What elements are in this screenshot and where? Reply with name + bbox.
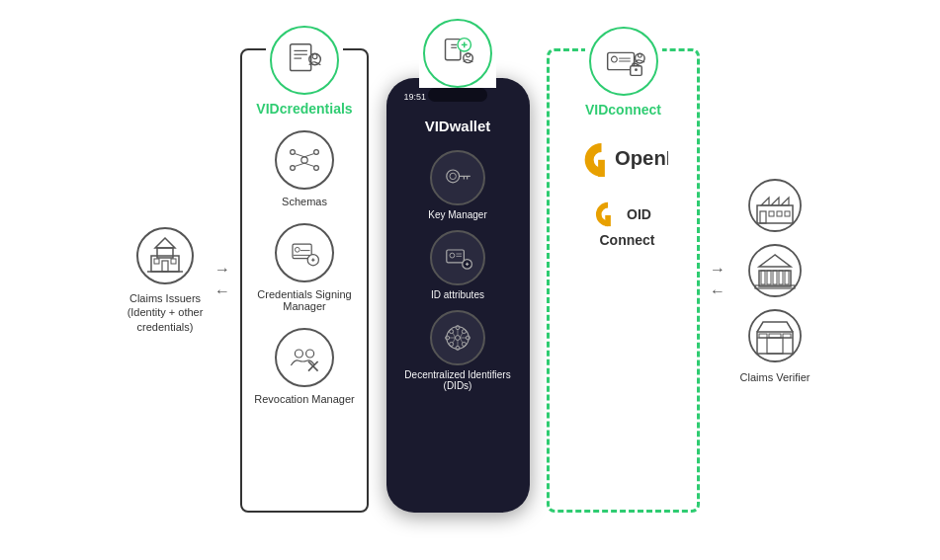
vid-wallet-section: 19:51 VIDwallet Key Manager [379,48,537,513]
claims-verifier-label: Claims Verifier [740,371,811,383]
svg-rect-95 [767,271,771,284]
claims-verifier-section: Claims Verifier [735,178,814,383]
svg-marker-3 [155,238,175,248]
dids-icon [430,310,485,365]
revocation-label: Revocation Manager [254,393,355,405]
dids-label: Decentralized Identifiers (DIDs) [396,369,520,391]
arrow-left-2: ← [710,282,726,300]
claims-verifier-icons [747,178,803,363]
arrows-right: → ← [710,261,726,300]
arrows-left: → ← [214,261,230,300]
svg-rect-84 [757,205,793,223]
svg-text:OpenID: OpenID [615,147,668,169]
key-manager-icon [430,150,485,205]
svg-rect-97 [779,271,783,284]
svg-rect-96 [773,271,777,284]
shop-icon [747,308,803,363]
phone-notch [428,88,487,102]
svg-point-30 [295,350,302,358]
svg-point-17 [291,165,296,170]
schemas-label: Schemas [282,196,327,207]
phone: 19:51 VIDwallet Key Manager [386,78,530,513]
arrow-right-1: → [214,261,230,279]
phone-time: 19:51 [404,92,427,102]
svg-point-42 [447,170,460,183]
svg-point-16 [314,149,319,154]
vid-credentials-schemas: Schemas [275,130,334,207]
vid-credentials-title: VIDcredentials [256,101,352,117]
vid-wallet-title: VIDwallet [425,118,491,134]
svg-rect-94 [761,271,765,284]
claims-issuers-section: Claims Issuers (Identity + other credent… [126,226,205,334]
svg-marker-85 [761,198,769,205]
id-attributes-icon [430,230,485,285]
revocation-icon [275,328,334,387]
claims-issuers-label: Claims Issuers (Identity + other credent… [126,291,205,334]
key-manager-label: Key Manager [428,209,486,220]
svg-point-56 [450,329,454,333]
svg-line-66 [453,338,455,343]
svg-point-57 [462,329,466,333]
svg-point-43 [450,173,456,179]
svg-marker-99 [759,255,791,267]
svg-rect-5 [154,259,159,264]
id-attributes-label: ID attributes [431,289,484,300]
svg-rect-89 [769,211,774,216]
svg-point-59 [462,342,466,346]
svg-rect-106 [769,334,781,338]
vid-credentials-top-icon [266,26,343,95]
svg-line-21 [295,163,304,166]
arrow-left-1: ← [214,282,230,300]
svg-rect-107 [783,334,791,338]
svg-point-27 [295,247,299,252]
svg-point-48 [450,253,455,258]
svg-line-22 [304,163,314,166]
svg-point-18 [314,165,319,170]
court-icon [747,243,803,298]
vid-connect-section: VIDconnect OpenID OID Connect [547,48,700,513]
svg-line-19 [295,153,304,156]
vid-connect-title: VIDconnect [585,102,661,118]
svg-point-15 [291,149,296,154]
svg-rect-98 [785,271,789,284]
credentials-signing-label: Credentials Signing Manager [254,288,355,312]
svg-rect-6 [171,259,176,264]
vid-connect-top-icon [585,27,662,96]
phone-id-attributes: ID attributes [396,230,520,300]
factory-icon [747,178,803,233]
svg-point-73 [611,56,617,62]
svg-line-67 [460,338,462,343]
svg-rect-82 [605,214,611,225]
svg-line-64 [453,333,455,338]
svg-line-20 [304,153,314,156]
svg-rect-88 [760,211,766,223]
svg-point-55 [456,335,461,340]
svg-point-58 [450,342,454,346]
svg-rect-102 [757,332,793,354]
phone-key-manager: Key Manager [396,150,520,220]
vid-credentials-signing: Credentials Signing Manager [254,223,355,312]
svg-rect-8 [291,43,311,70]
svg-rect-80 [598,159,605,176]
arrow-right-2: → [710,261,726,279]
svg-marker-86 [771,198,779,205]
phone-dids: Decentralized Identifiers (DIDs) [396,310,520,391]
svg-point-63 [466,336,470,340]
openid-logo: OpenID [579,137,668,177]
svg-point-62 [446,336,450,340]
vid-credentials-section: VIDcredentials Schemas [240,48,369,513]
svg-point-14 [301,156,307,162]
svg-rect-90 [777,211,782,216]
svg-point-77 [635,68,638,71]
oidconnect-logo: OID Connect [592,200,655,248]
svg-point-60 [456,325,460,329]
svg-rect-4 [162,261,168,272]
svg-rect-91 [785,211,790,216]
svg-point-61 [456,346,460,350]
svg-rect-105 [759,334,767,338]
vid-credentials-revocation: Revocation Manager [254,328,355,405]
svg-rect-103 [767,338,783,354]
diagram: Claims Issuers (Identity + other credent… [6,9,935,552]
credentials-signing-icon [275,223,334,282]
claims-issuers-icon [135,226,195,285]
